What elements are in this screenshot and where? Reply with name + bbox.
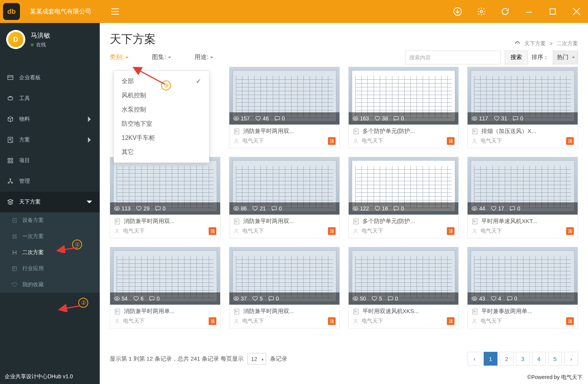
sidebar-sub-favorites[interactable]: 我的收藏	[0, 277, 100, 293]
svg-rect-15	[15, 235, 16, 238]
sidebar-item-manage[interactable]: 管理	[0, 171, 100, 192]
card[interactable]: 163380多个防护单元(防护...电气天下顶	[348, 67, 459, 148]
top-badge: 顶	[566, 137, 574, 145]
eye-icon	[114, 205, 120, 212]
card[interactable]: 113290消防兼平时两用双...电气天下顶	[110, 157, 221, 238]
top-badge: 顶	[447, 227, 455, 235]
page-next[interactable]: ›	[564, 352, 578, 366]
page-5[interactable]: 5	[548, 352, 562, 366]
sidebar-item-plans[interactable]: 方案	[0, 130, 100, 150]
card[interactable]: 5460消防兼平时两用单...电气天下顶	[110, 247, 221, 328]
svg-point-37	[236, 208, 237, 209]
comment-icon	[155, 205, 161, 212]
check-icon: ✓	[196, 77, 201, 85]
menu-toggle-button[interactable]	[107, 0, 123, 23]
svg-rect-38	[272, 207, 277, 210]
top-badge: 顶	[209, 317, 216, 325]
doc-icon	[352, 308, 359, 315]
dropdown-item[interactable]: 其它	[114, 145, 209, 159]
card-thumb: 5460	[110, 247, 220, 305]
svg-rect-54	[115, 309, 120, 314]
titlebar: db 某某成套电气有限公司	[0, 0, 588, 23]
svg-point-26	[354, 139, 356, 141]
refresh-icon[interactable]	[497, 4, 513, 19]
svg-rect-7	[11, 158, 13, 160]
page-4[interactable]: 4	[532, 352, 546, 366]
card[interactable]: 86210消防兼平时两用双...电气天下顶	[229, 157, 340, 238]
svg-rect-29	[473, 129, 477, 134]
card[interactable]: 5050平时用双速风机XKS...电气天下顶	[348, 247, 459, 328]
svg-rect-39	[234, 219, 239, 224]
svg-rect-28	[513, 117, 518, 120]
avatar[interactable]: D	[6, 30, 25, 49]
card-stats: 163380	[349, 112, 459, 125]
card-thumb: 117310	[468, 67, 578, 125]
sidebar-item-world-plans[interactable]: 天下方案	[0, 192, 100, 212]
filter-category[interactable]: 类别:	[110, 53, 129, 61]
user-icon	[471, 138, 478, 144]
doc-icon	[233, 308, 240, 315]
card-thumb: 5050	[349, 247, 459, 305]
pager-bar: 显示第 1 到第 12 条记录，总共 241 条记录 每页显示 12 条记录 ‹…	[100, 348, 588, 369]
svg-point-60	[235, 310, 236, 311]
maximize-button[interactable]	[545, 4, 560, 19]
dropdown-item[interactable]: 防空地下室	[114, 117, 209, 131]
svg-rect-23	[394, 117, 399, 120]
card-author: 电气天下	[242, 318, 264, 325]
sidebar-sub-secondary[interactable]: 二次方案	[0, 245, 100, 261]
card[interactable]: 122160多个防护单元(防护...电气天下顶	[348, 157, 459, 238]
svg-rect-58	[269, 297, 273, 300]
dropdown-item[interactable]: 12KV手车柜	[114, 131, 209, 145]
filter-usage[interactable]: 用途:	[194, 53, 214, 61]
page-1[interactable]: 1	[484, 352, 497, 366]
svg-rect-18	[275, 117, 280, 120]
search-input[interactable]	[405, 51, 501, 64]
sidebar-sub-device[interactable]: 设备方案	[0, 212, 100, 228]
sidebar-item-dashboard[interactable]: 企业看板	[0, 67, 100, 88]
dropdown-item[interactable]: 水泵控制	[114, 103, 209, 117]
doc-icon	[352, 218, 359, 225]
settings-icon[interactable]	[474, 4, 489, 19]
per-page-select[interactable]: 12	[247, 353, 266, 364]
card-stats: 4340	[468, 292, 578, 305]
page-2[interactable]: 2	[500, 352, 514, 366]
dropdown-item[interactable]: 全部✓	[114, 74, 209, 89]
sidebar-item-materials[interactable]: 物料	[0, 109, 100, 130]
subnav: 设备方案 一次方案 二次方案 行业应用 我的收藏	[0, 212, 100, 293]
user-icon	[233, 228, 239, 234]
svg-point-65	[354, 310, 355, 311]
sidebar-item-tools[interactable]: 工具	[0, 88, 100, 109]
comment-icon	[393, 205, 399, 212]
card-thumb: 3750	[229, 247, 339, 305]
sidebar-sub-primary[interactable]: 一次方案	[0, 228, 100, 245]
minimize-button[interactable]	[521, 4, 537, 19]
card-author: 电气天下	[362, 138, 383, 144]
card[interactable]: 117310排烟（加压送风）X...电气天下顶	[467, 67, 578, 148]
card[interactable]: 3750消防兼平时两用双...电气天下顶	[229, 247, 340, 328]
svg-point-36	[116, 229, 118, 231]
filter-gallery[interactable]: 图集:	[152, 53, 171, 61]
card[interactable]: 44170平时用单速风机XKT...电气天下顶	[467, 157, 578, 238]
page-3[interactable]: 3	[516, 352, 530, 366]
breadcrumb-root[interactable]: 天下方案	[524, 40, 546, 47]
download-icon[interactable]	[450, 4, 465, 19]
search-button[interactable]: 搜索	[505, 51, 528, 64]
card[interactable]: 4340平时兼事故两用单...电气天下顶	[467, 247, 578, 328]
page-prev[interactable]: ‹	[468, 352, 481, 366]
card-title: 平时用双速风机XKS...	[362, 308, 455, 315]
top-badge: 顶	[447, 137, 455, 145]
card-stats: 117310	[468, 112, 578, 125]
top-badge: 顶	[447, 317, 455, 325]
toolbar: 类别: 图集: 用途: 搜索 排序： 热门	[100, 51, 588, 67]
close-button[interactable]	[569, 4, 584, 19]
card[interactable]: 157460消防兼平时两用双...电气天下顶	[229, 67, 340, 148]
card-thumb: 122160	[349, 157, 459, 215]
dropdown-item[interactable]: 风机控制	[114, 89, 209, 103]
doc-icon	[352, 128, 359, 135]
eye-icon	[233, 115, 239, 121]
sidebar-item-projects[interactable]: 项目	[0, 150, 100, 171]
sidebar-sub-industry[interactable]: 行业应用	[0, 261, 100, 277]
sort-select[interactable]: 热门	[553, 51, 578, 64]
heart-icon	[252, 205, 258, 212]
eye-icon	[352, 205, 359, 212]
